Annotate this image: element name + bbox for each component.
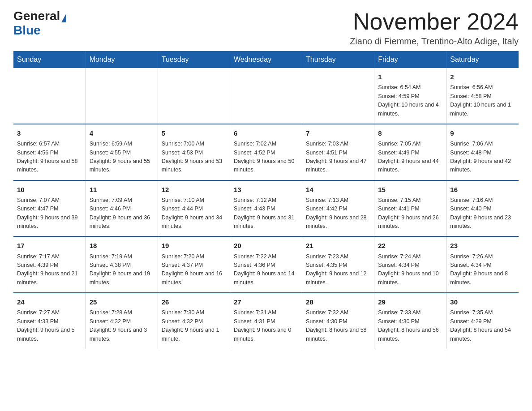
calendar-table: SundayMondayTuesdayWednesdayThursdayFrid…	[13, 51, 519, 349]
day-number: 23	[450, 240, 515, 251]
calendar-cell: 11Sunrise: 7:09 AMSunset: 4:46 PMDayligh…	[86, 180, 158, 237]
logo: General Blue	[13, 9, 66, 38]
day-info: Sunrise: 7:32 AMSunset: 4:30 PMDaylight:…	[306, 308, 370, 343]
calendar-cell: 4Sunrise: 6:59 AMSunset: 4:55 PMDaylight…	[86, 124, 158, 180]
calendar-cell	[86, 68, 158, 124]
day-number: 25	[90, 297, 154, 307]
day-info: Sunrise: 7:28 AMSunset: 4:32 PMDaylight:…	[90, 308, 154, 343]
calendar-cell: 14Sunrise: 7:13 AMSunset: 4:42 PMDayligh…	[302, 180, 374, 237]
calendar-cell: 23Sunrise: 7:26 AMSunset: 4:34 PMDayligh…	[446, 236, 519, 293]
title-block: November 2024 Ziano di Fiemme, Trentino-…	[350, 9, 519, 47]
calendar-week-row: 1Sunrise: 6:54 AMSunset: 4:59 PMDaylight…	[13, 68, 519, 124]
day-info: Sunrise: 7:20 AMSunset: 4:37 PMDaylight:…	[162, 253, 226, 287]
calendar-week-row: 24Sunrise: 7:27 AMSunset: 4:33 PMDayligh…	[13, 293, 519, 349]
day-number: 2	[450, 72, 515, 82]
day-number: 14	[306, 184, 370, 195]
calendar-cell: 3Sunrise: 6:57 AMSunset: 4:56 PMDaylight…	[13, 124, 86, 180]
day-number: 26	[162, 297, 226, 307]
day-number: 3	[17, 128, 82, 138]
calendar-cell: 27Sunrise: 7:31 AMSunset: 4:31 PMDayligh…	[230, 293, 302, 349]
calendar-cell: 2Sunrise: 6:56 AMSunset: 4:58 PMDaylight…	[446, 68, 519, 124]
day-number: 24	[17, 297, 82, 307]
page-header: General Blue November 2024 Ziano di Fiem…	[13, 9, 519, 47]
day-number: 17	[17, 240, 82, 251]
calendar-cell	[13, 68, 86, 124]
day-number: 15	[378, 184, 442, 195]
day-number: 7	[306, 128, 370, 138]
day-info: Sunrise: 7:19 AMSunset: 4:38 PMDaylight:…	[90, 253, 154, 287]
calendar-cell: 8Sunrise: 7:05 AMSunset: 4:49 PMDaylight…	[374, 124, 446, 180]
calendar-cell: 12Sunrise: 7:10 AMSunset: 4:44 PMDayligh…	[158, 180, 230, 237]
day-info: Sunrise: 7:23 AMSunset: 4:35 PMDaylight:…	[306, 253, 370, 287]
day-number: 9	[450, 128, 515, 138]
calendar-cell: 1Sunrise: 6:54 AMSunset: 4:59 PMDaylight…	[374, 68, 446, 124]
calendar-cell: 5Sunrise: 7:00 AMSunset: 4:53 PMDaylight…	[158, 124, 230, 180]
calendar-cell: 24Sunrise: 7:27 AMSunset: 4:33 PMDayligh…	[13, 293, 86, 349]
day-info: Sunrise: 7:26 AMSunset: 4:34 PMDaylight:…	[450, 253, 515, 287]
calendar-cell: 21Sunrise: 7:23 AMSunset: 4:35 PMDayligh…	[302, 236, 374, 293]
day-info: Sunrise: 7:13 AMSunset: 4:42 PMDaylight:…	[306, 196, 370, 231]
calendar-cell: 9Sunrise: 7:06 AMSunset: 4:48 PMDaylight…	[446, 124, 519, 180]
calendar-cell: 28Sunrise: 7:32 AMSunset: 4:30 PMDayligh…	[302, 293, 374, 349]
day-info: Sunrise: 6:54 AMSunset: 4:59 PMDaylight:…	[378, 83, 442, 118]
day-number: 1	[378, 72, 442, 82]
calendar-cell: 25Sunrise: 7:28 AMSunset: 4:32 PMDayligh…	[86, 293, 158, 349]
day-number: 5	[162, 128, 226, 138]
day-number: 27	[234, 297, 298, 307]
calendar-cell: 30Sunrise: 7:35 AMSunset: 4:29 PMDayligh…	[446, 293, 519, 349]
day-info: Sunrise: 7:33 AMSunset: 4:30 PMDaylight:…	[378, 308, 442, 343]
calendar-cell: 17Sunrise: 7:17 AMSunset: 4:39 PMDayligh…	[13, 236, 86, 293]
day-info: Sunrise: 6:57 AMSunset: 4:56 PMDaylight:…	[17, 140, 82, 175]
day-info: Sunrise: 7:31 AMSunset: 4:31 PMDaylight:…	[234, 308, 298, 343]
day-number: 18	[90, 240, 154, 251]
logo-general-text: General	[13, 9, 60, 23]
day-number: 13	[234, 184, 298, 195]
day-info: Sunrise: 7:15 AMSunset: 4:41 PMDaylight:…	[378, 196, 442, 231]
logo-blue-text: Blue	[13, 23, 41, 37]
header-tuesday: Tuesday	[158, 51, 230, 68]
day-number: 21	[306, 240, 370, 251]
day-number: 19	[162, 240, 226, 251]
day-info: Sunrise: 7:02 AMSunset: 4:52 PMDaylight:…	[234, 140, 298, 175]
calendar-cell: 22Sunrise: 7:24 AMSunset: 4:34 PMDayligh…	[374, 236, 446, 293]
header-thursday: Thursday	[302, 51, 374, 68]
day-info: Sunrise: 7:22 AMSunset: 4:36 PMDaylight:…	[234, 253, 298, 287]
day-info: Sunrise: 7:09 AMSunset: 4:46 PMDaylight:…	[90, 196, 154, 231]
calendar-cell: 13Sunrise: 7:12 AMSunset: 4:43 PMDayligh…	[230, 180, 302, 237]
day-number: 30	[450, 297, 515, 307]
day-number: 28	[306, 297, 370, 307]
calendar-cell: 26Sunrise: 7:30 AMSunset: 4:32 PMDayligh…	[158, 293, 230, 349]
day-number: 6	[234, 128, 298, 138]
day-number: 12	[162, 184, 226, 195]
day-number: 16	[450, 184, 515, 195]
day-number: 20	[234, 240, 298, 251]
day-info: Sunrise: 7:05 AMSunset: 4:49 PMDaylight:…	[378, 140, 442, 175]
calendar-week-row: 3Sunrise: 6:57 AMSunset: 4:56 PMDaylight…	[13, 124, 519, 180]
day-info: Sunrise: 7:00 AMSunset: 4:53 PMDaylight:…	[162, 140, 226, 175]
header-sunday: Sunday	[13, 51, 86, 68]
day-info: Sunrise: 7:24 AMSunset: 4:34 PMDaylight:…	[378, 253, 442, 287]
header-friday: Friday	[374, 51, 446, 68]
calendar-cell: 19Sunrise: 7:20 AMSunset: 4:37 PMDayligh…	[158, 236, 230, 293]
day-info: Sunrise: 6:56 AMSunset: 4:58 PMDaylight:…	[450, 83, 515, 118]
month-title: November 2024	[350, 9, 519, 34]
header-wednesday: Wednesday	[230, 51, 302, 68]
calendar-cell: 16Sunrise: 7:16 AMSunset: 4:40 PMDayligh…	[446, 180, 519, 237]
day-info: Sunrise: 7:35 AMSunset: 4:29 PMDaylight:…	[450, 308, 515, 343]
location-subtitle: Ziano di Fiemme, Trentino-Alto Adige, It…	[350, 36, 519, 47]
calendar-cell: 10Sunrise: 7:07 AMSunset: 4:47 PMDayligh…	[13, 180, 86, 237]
header-saturday: Saturday	[446, 51, 519, 68]
calendar-cell: 15Sunrise: 7:15 AMSunset: 4:41 PMDayligh…	[374, 180, 446, 237]
day-info: Sunrise: 7:16 AMSunset: 4:40 PMDaylight:…	[450, 196, 515, 231]
calendar-header-row: SundayMondayTuesdayWednesdayThursdayFrid…	[13, 51, 519, 68]
logo-triangle-icon	[61, 13, 66, 22]
day-info: Sunrise: 7:17 AMSunset: 4:39 PMDaylight:…	[17, 253, 82, 287]
calendar-cell	[230, 68, 302, 124]
calendar-cell	[158, 68, 230, 124]
calendar-cell	[302, 68, 374, 124]
day-number: 8	[378, 128, 442, 138]
calendar-cell: 20Sunrise: 7:22 AMSunset: 4:36 PMDayligh…	[230, 236, 302, 293]
day-info: Sunrise: 7:12 AMSunset: 4:43 PMDaylight:…	[234, 196, 298, 231]
day-info: Sunrise: 7:07 AMSunset: 4:47 PMDaylight:…	[17, 196, 82, 231]
day-info: Sunrise: 6:59 AMSunset: 4:55 PMDaylight:…	[90, 140, 154, 175]
